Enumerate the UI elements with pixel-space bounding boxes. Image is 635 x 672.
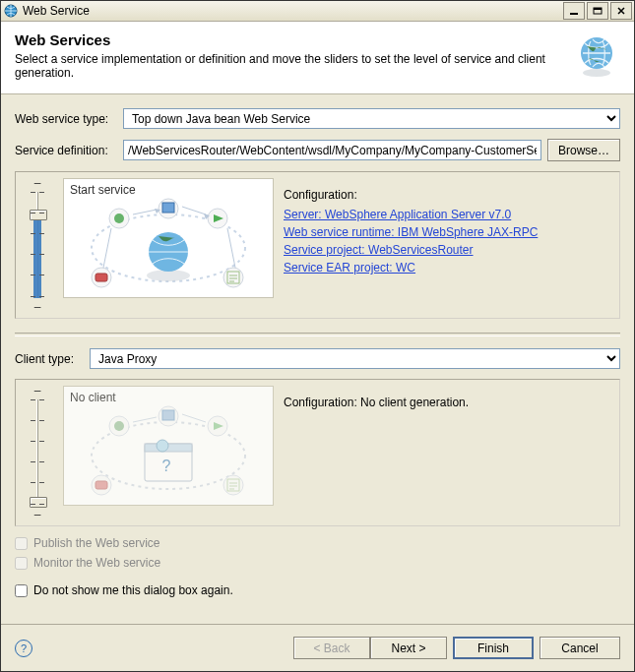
close-button[interactable] <box>610 2 632 20</box>
svg-rect-10 <box>162 203 174 213</box>
slider-bottom-icon: – <box>34 510 41 519</box>
section-divider <box>15 333 620 336</box>
maximize-button[interactable] <box>587 2 608 20</box>
service-ear-link[interactable]: Service EAR project: WC <box>284 261 415 275</box>
service-illustration: Start service <box>63 178 274 298</box>
svg-point-28 <box>223 475 243 495</box>
server-link[interactable]: Server: WebSphere Application Server v7.… <box>284 208 511 221</box>
service-definition-input[interactable] <box>123 140 541 160</box>
client-config: Configuration: No client generation. <box>284 386 613 519</box>
client-level-slider[interactable]: – – <box>22 386 53 519</box>
monitor-label: Monitor the Web service <box>33 556 160 570</box>
service-project-link[interactable]: Service project: WebServicesRouter <box>284 243 474 257</box>
monitor-checkbox <box>15 557 28 570</box>
window-title: Web Service <box>23 4 561 18</box>
dont-show-label: Do not show me this dialog box again. <box>33 583 233 597</box>
dont-show-checkbox[interactable] <box>15 584 28 597</box>
svg-rect-3 <box>594 8 602 10</box>
client-illustration: No client ? <box>63 386 274 506</box>
svg-rect-16 <box>95 274 107 281</box>
app-icon <box>3 3 19 19</box>
help-icon[interactable]: ? <box>15 640 32 657</box>
service-level-slider[interactable]: – – <box>22 178 53 312</box>
web-service-type-select[interactable]: Top down Java bean Web Service <box>123 108 620 129</box>
service-section: – – Start service <box>15 171 620 319</box>
next-button[interactable]: Next > <box>370 637 447 659</box>
page-subtitle: Select a service implementation or defin… <box>15 52 565 80</box>
back-button: < Back <box>293 637 370 659</box>
svg-point-4 <box>583 69 610 77</box>
web-service-type-label: Web service type: <box>15 112 117 126</box>
browse-button[interactable]: Browse… <box>547 139 620 161</box>
page-title: Web Services <box>15 31 565 48</box>
svg-point-8 <box>114 214 124 223</box>
svg-rect-31 <box>95 481 107 489</box>
publish-label: Publish the Web service <box>33 536 160 550</box>
svg-rect-25 <box>162 410 174 420</box>
titlebar: Web Service <box>1 1 634 22</box>
slider-bottom-icon: – <box>34 302 41 312</box>
client-config-text: Configuration: No client generation. <box>284 396 613 409</box>
service-config: Configuration: Server: WebSphere Applica… <box>284 178 613 312</box>
minimize-button[interactable] <box>563 2 585 20</box>
client-section: – – No client <box>15 379 620 526</box>
finish-button[interactable]: Finish <box>453 637 534 659</box>
svg-point-34 <box>157 440 168 452</box>
wizard-header: Web Services Select a service implementa… <box>1 22 634 94</box>
wizard-footer: ? < Back Next > Finish Cancel <box>1 624 634 671</box>
slider-top-icon: – <box>34 178 41 188</box>
runtime-link[interactable]: Web service runtime: IBM WebSphere JAX-R… <box>284 225 538 239</box>
client-type-label: Client type: <box>15 352 84 366</box>
publish-checkbox-row: Publish the Web service <box>15 536 620 550</box>
config-label: Configuration: <box>284 188 613 202</box>
svg-text:?: ? <box>162 458 171 474</box>
header-icon <box>573 31 620 79</box>
cancel-button[interactable]: Cancel <box>540 637 620 659</box>
wizard-body: Web service type: Top down Java bean Web… <box>1 94 634 624</box>
publish-checkbox <box>15 537 28 550</box>
svg-rect-1 <box>570 13 578 15</box>
wizard-window: Web Service Web Services Select a servic… <box>0 0 635 672</box>
slider-top-icon: – <box>34 386 41 396</box>
service-definition-label: Service definition: <box>15 144 117 157</box>
svg-point-13 <box>223 268 243 287</box>
dont-show-checkbox-row: Do not show me this dialog box again. <box>15 583 620 597</box>
client-type-select[interactable]: Java Proxy <box>90 348 620 369</box>
svg-point-23 <box>114 421 124 431</box>
monitor-checkbox-row: Monitor the Web service <box>15 556 620 570</box>
